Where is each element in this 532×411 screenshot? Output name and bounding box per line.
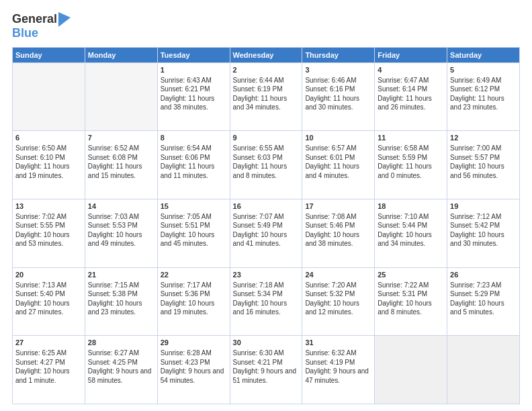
day-info: Sunrise: 6:57 AMSunset: 6:01 PMDaylight:… — [305, 144, 371, 180]
calendar-cell — [447, 336, 520, 404]
calendar-week-0: 1Sunrise: 6:43 AMSunset: 6:21 PMDaylight… — [13, 62, 520, 131]
calendar-cell: 23Sunrise: 7:18 AMSunset: 5:34 PMDayligh… — [230, 267, 302, 336]
calendar-cell — [85, 62, 157, 131]
calendar-cell: 19Sunrise: 7:12 AMSunset: 5:42 PMDayligh… — [447, 199, 520, 268]
day-number: 8 — [161, 133, 227, 143]
day-info: Sunrise: 6:58 AMSunset: 5:59 PMDaylight:… — [378, 144, 444, 180]
day-info: Sunrise: 6:44 AMSunset: 6:19 PMDaylight:… — [233, 76, 300, 112]
day-number: 26 — [450, 270, 517, 280]
calendar-cell: 6Sunrise: 6:50 AMSunset: 6:10 PMDaylight… — [13, 131, 85, 199]
day-info: Sunrise: 6:25 AMSunset: 4:27 PMDaylight:… — [15, 349, 82, 385]
day-number: 14 — [88, 201, 154, 212]
calendar-week-3: 20Sunrise: 7:13 AMSunset: 5:40 PMDayligh… — [13, 267, 520, 336]
day-info: Sunrise: 7:13 AMSunset: 5:40 PMDaylight:… — [15, 281, 82, 317]
day-number: 22 — [161, 270, 227, 280]
calendar-cell: 1Sunrise: 6:43 AMSunset: 6:21 PMDaylight… — [157, 62, 230, 131]
day-info: Sunrise: 7:20 AMSunset: 5:32 PMDaylight:… — [305, 281, 371, 317]
calendar-table: SundayMondayTuesdayWednesdayThursdayFrid… — [12, 47, 520, 404]
day-info: Sunrise: 7:15 AMSunset: 5:38 PMDaylight:… — [88, 281, 154, 317]
day-number: 25 — [378, 270, 444, 280]
day-header-friday: Friday — [375, 47, 447, 62]
day-number: 20 — [15, 270, 82, 280]
calendar-cell: 24Sunrise: 7:20 AMSunset: 5:32 PMDayligh… — [302, 267, 375, 336]
calendar-week-4: 27Sunrise: 6:25 AMSunset: 4:27 PMDayligh… — [13, 336, 520, 404]
day-number: 4 — [378, 65, 444, 75]
calendar-week-1: 6Sunrise: 6:50 AMSunset: 6:10 PMDaylight… — [13, 131, 520, 199]
calendar-cell: 31Sunrise: 6:32 AMSunset: 4:19 PMDayligh… — [302, 336, 375, 404]
day-info: Sunrise: 7:05 AMSunset: 5:51 PMDaylight:… — [161, 212, 227, 248]
day-number: 28 — [88, 338, 154, 348]
day-header-monday: Monday — [85, 47, 157, 62]
day-number: 27 — [15, 338, 82, 348]
day-info: Sunrise: 6:55 AMSunset: 6:03 PMDaylight:… — [233, 144, 300, 180]
day-number: 9 — [233, 133, 300, 143]
day-info: Sunrise: 6:28 AMSunset: 4:23 PMDaylight:… — [161, 349, 227, 385]
day-info: Sunrise: 6:52 AMSunset: 6:08 PMDaylight:… — [88, 144, 154, 180]
calendar-cell: 26Sunrise: 7:23 AMSunset: 5:29 PMDayligh… — [447, 267, 520, 336]
calendar-cell: 5Sunrise: 6:49 AMSunset: 6:12 PMDaylight… — [447, 62, 520, 131]
day-number: 16 — [233, 201, 300, 212]
day-info: Sunrise: 7:12 AMSunset: 5:42 PMDaylight:… — [450, 212, 517, 248]
calendar-cell: 11Sunrise: 6:58 AMSunset: 5:59 PMDayligh… — [375, 131, 447, 199]
day-info: Sunrise: 7:07 AMSunset: 5:49 PMDaylight:… — [233, 212, 300, 248]
day-number: 24 — [305, 270, 371, 280]
calendar-cell: 17Sunrise: 7:08 AMSunset: 5:46 PMDayligh… — [302, 199, 375, 268]
day-info: Sunrise: 6:50 AMSunset: 6:10 PMDaylight:… — [15, 144, 82, 180]
day-header-sunday: Sunday — [13, 47, 85, 62]
day-number: 23 — [233, 270, 300, 280]
day-info: Sunrise: 6:30 AMSunset: 4:21 PMDaylight:… — [233, 349, 300, 385]
day-number: 11 — [378, 133, 444, 143]
day-header-thursday: Thursday — [302, 47, 375, 62]
day-header-wednesday: Wednesday — [230, 47, 302, 62]
day-info: Sunrise: 6:43 AMSunset: 6:21 PMDaylight:… — [161, 76, 227, 112]
day-info: Sunrise: 7:08 AMSunset: 5:46 PMDaylight:… — [305, 212, 371, 248]
day-info: Sunrise: 7:17 AMSunset: 5:36 PMDaylight:… — [161, 281, 227, 317]
day-number: 31 — [305, 338, 371, 348]
calendar-cell: 2Sunrise: 6:44 AMSunset: 6:19 PMDaylight… — [230, 62, 302, 131]
day-number: 6 — [15, 133, 82, 143]
calendar-cell: 30Sunrise: 6:30 AMSunset: 4:21 PMDayligh… — [230, 336, 302, 404]
day-number: 2 — [233, 65, 300, 75]
logo-text-general: General — [12, 13, 57, 26]
day-number: 19 — [450, 201, 517, 212]
calendar-cell: 7Sunrise: 6:52 AMSunset: 6:08 PMDaylight… — [85, 131, 157, 199]
page: General Blue SundayMondayTuesdayWednesda… — [0, 0, 532, 411]
day-number: 30 — [233, 338, 300, 348]
calendar-cell: 13Sunrise: 7:02 AMSunset: 5:55 PMDayligh… — [13, 199, 85, 268]
calendar-cell: 29Sunrise: 6:28 AMSunset: 4:23 PMDayligh… — [157, 336, 230, 404]
day-info: Sunrise: 7:00 AMSunset: 5:57 PMDaylight:… — [450, 144, 517, 180]
day-header-tuesday: Tuesday — [157, 47, 230, 62]
calendar-cell — [375, 336, 447, 404]
day-info: Sunrise: 6:27 AMSunset: 4:25 PMDaylight:… — [88, 349, 154, 385]
calendar-cell: 18Sunrise: 7:10 AMSunset: 5:44 PMDayligh… — [375, 199, 447, 268]
day-info: Sunrise: 7:02 AMSunset: 5:55 PMDaylight:… — [15, 212, 82, 248]
calendar-cell: 25Sunrise: 7:22 AMSunset: 5:31 PMDayligh… — [375, 267, 447, 336]
calendar-cell: 14Sunrise: 7:03 AMSunset: 5:53 PMDayligh… — [85, 199, 157, 268]
calendar-cell: 10Sunrise: 6:57 AMSunset: 6:01 PMDayligh… — [302, 131, 375, 199]
calendar-cell: 12Sunrise: 7:00 AMSunset: 5:57 PMDayligh… — [447, 131, 520, 199]
day-number: 3 — [305, 65, 371, 75]
day-number: 15 — [161, 201, 227, 212]
day-number: 10 — [305, 133, 371, 143]
day-info: Sunrise: 7:10 AMSunset: 5:44 PMDaylight:… — [378, 212, 444, 248]
day-number: 29 — [161, 338, 227, 348]
calendar-cell: 16Sunrise: 7:07 AMSunset: 5:49 PMDayligh… — [230, 199, 302, 268]
calendar-cell: 15Sunrise: 7:05 AMSunset: 5:51 PMDayligh… — [157, 199, 230, 268]
day-number: 5 — [450, 65, 517, 75]
calendar-week-2: 13Sunrise: 7:02 AMSunset: 5:55 PMDayligh… — [13, 199, 520, 268]
logo-text-blue: Blue — [12, 27, 38, 40]
day-number: 1 — [161, 65, 227, 75]
day-info: Sunrise: 7:18 AMSunset: 5:34 PMDaylight:… — [233, 281, 300, 317]
calendar-cell: 21Sunrise: 7:15 AMSunset: 5:38 PMDayligh… — [85, 267, 157, 336]
day-info: Sunrise: 6:32 AMSunset: 4:19 PMDaylight:… — [305, 349, 371, 385]
calendar-cell: 9Sunrise: 6:55 AMSunset: 6:03 PMDaylight… — [230, 131, 302, 199]
day-info: Sunrise: 6:49 AMSunset: 6:12 PMDaylight:… — [450, 76, 517, 112]
calendar-cell: 28Sunrise: 6:27 AMSunset: 4:25 PMDayligh… — [85, 336, 157, 404]
calendar-cell: 20Sunrise: 7:13 AMSunset: 5:40 PMDayligh… — [13, 267, 85, 336]
day-info: Sunrise: 6:46 AMSunset: 6:16 PMDaylight:… — [305, 76, 371, 112]
day-number: 12 — [450, 133, 517, 143]
calendar-cell: 27Sunrise: 6:25 AMSunset: 4:27 PMDayligh… — [13, 336, 85, 404]
calendar-cell — [13, 62, 85, 131]
day-info: Sunrise: 6:47 AMSunset: 6:14 PMDaylight:… — [378, 76, 444, 112]
calendar-cell: 22Sunrise: 7:17 AMSunset: 5:36 PMDayligh… — [157, 267, 230, 336]
